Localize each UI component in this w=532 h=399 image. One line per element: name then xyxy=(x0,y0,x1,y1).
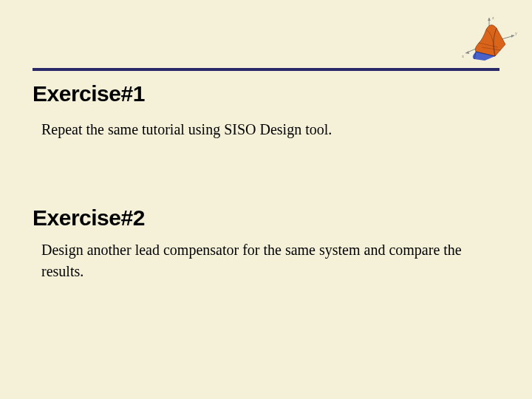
slide: y x z Exercise#1 Repeat the sa xyxy=(0,0,532,399)
exercise-2-heading: Exercise#2 xyxy=(33,205,145,231)
exercise-1-heading: Exercise#1 xyxy=(33,81,145,106)
svg-marker-7 xyxy=(488,18,491,21)
exercise-1-body: Repeat the same tutorial using SISO Desi… xyxy=(41,120,488,140)
title-divider xyxy=(33,68,499,71)
svg-text:x: x xyxy=(462,54,464,58)
svg-text:z: z xyxy=(492,16,494,20)
svg-text:y: y xyxy=(515,31,517,35)
exercise-2-body: Design another lead compensator for the … xyxy=(41,239,466,282)
svg-marker-1 xyxy=(511,35,514,38)
matlab-logo-icon: y x z xyxy=(460,13,519,65)
